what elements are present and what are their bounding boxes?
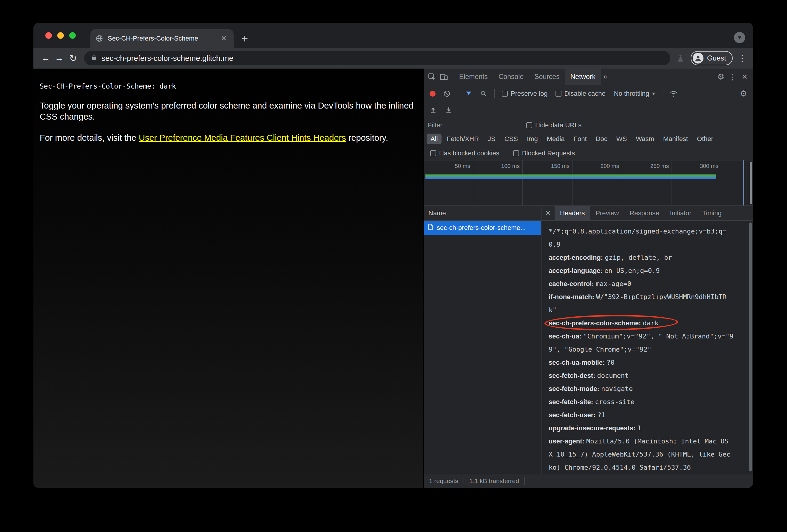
throttling-select[interactable]: No throttling ▾ [614, 90, 655, 97]
filter-row: Hide data URLs [424, 119, 753, 132]
filter-chip-fetchxhr[interactable]: Fetch/XHR [443, 134, 483, 144]
filter-funnel-icon[interactable] [463, 88, 475, 99]
devtools-panel-tabs: Elements Console Sources Network » ⚙ ⋮ ✕ [424, 69, 753, 85]
window-content: Sec-CH-Prefers-Color-Scheme: dark Toggle… [34, 69, 753, 488]
tab-sources[interactable]: Sources [529, 69, 565, 85]
filter-chip-css[interactable]: CSS [501, 134, 522, 144]
record-button[interactable] [430, 91, 435, 96]
network-settings-gear-icon[interactable]: ⚙ [738, 88, 749, 99]
disable-cache-checkbox[interactable] [555, 91, 561, 96]
filter-chip-other[interactable]: Other [693, 134, 717, 144]
filter-chip-doc[interactable]: Doc [592, 134, 611, 144]
address-bar[interactable]: sec-ch-prefers-color-scheme.glitch.me [84, 51, 671, 65]
close-window-button[interactable] [45, 32, 52, 39]
tab-elements[interactable]: Elements [454, 69, 493, 85]
web-page: Sec-CH-Prefers-Color-Scheme: dark Toggle… [34, 69, 423, 488]
browser-window: Sec-CH-Prefers-Color-Scheme ✕ + ▾ ← → ↻ … [34, 23, 753, 488]
toolbar-right: Guest ⋮ [675, 51, 748, 65]
inspect-element-icon[interactable] [426, 71, 438, 83]
header-entry: accept-language:en-US,en;q=0.9 [549, 264, 734, 277]
has-blocked-cookies-label: Has blocked cookies [439, 149, 499, 157]
tab-console[interactable]: Console [493, 69, 529, 85]
details-text-suffix: repository. [346, 133, 388, 142]
blocked-requests-group: Blocked Requests [513, 149, 575, 157]
nav-toolbar: ← → ↻ sec-ch-prefers-color-scheme.glitch… [34, 48, 753, 69]
tab-initiator[interactable]: Initiator [664, 206, 697, 220]
tab-response[interactable]: Response [624, 206, 664, 220]
devtools-close-icon[interactable]: ✕ [739, 71, 751, 83]
device-toolbar-icon[interactable] [438, 71, 450, 83]
settings-gear-icon[interactable]: ⚙ [715, 71, 727, 83]
hide-data-urls-checkbox[interactable] [526, 122, 532, 128]
name-column-header[interactable]: Name [424, 206, 541, 221]
timeline-tick: 150 ms [572, 160, 573, 205]
disable-cache-label: Disable cache [565, 90, 605, 97]
disable-cache-group: Disable cache [555, 90, 605, 97]
filter-chip-wasm[interactable]: Wasm [632, 134, 658, 144]
chevron-down-icon: ▾ [652, 90, 655, 97]
devtools-panel: Elements Console Sources Network » ⚙ ⋮ ✕ [423, 69, 753, 488]
reload-button[interactable]: ↻ [66, 51, 80, 65]
request-row[interactable]: sec-ch-prefers-color-scheme... [424, 221, 541, 235]
export-har-icon[interactable] [443, 104, 455, 116]
import-har-icon[interactable] [427, 104, 439, 116]
timeline-overview[interactable]: 50 ms 100 ms 150 ms 200 ms 250 ms 300 ms [424, 160, 753, 206]
timeline-waiting-bar [425, 177, 716, 179]
color-scheme-status: Sec-CH-Prefers-Color-Scheme: dark [40, 82, 423, 90]
network-main: Name sec-ch-prefers-color-scheme... ✕ He… [424, 206, 753, 474]
devtools-menu-icon[interactable]: ⋮ [727, 71, 739, 83]
tab-preview[interactable]: Preview [590, 206, 624, 220]
blocked-requests-label: Blocked Requests [522, 149, 575, 157]
tab-timing[interactable]: Timing [697, 206, 727, 220]
repo-link[interactable]: User Preference Media Features Client Hi… [139, 133, 346, 142]
header-entry: sec-ch-ua:"Chromium";v="92", " Not A;Bra… [549, 330, 734, 356]
hide-data-urls-label: Hide data URLs [535, 121, 581, 129]
search-icon[interactable] [477, 88, 490, 99]
filter-input[interactable] [428, 121, 517, 129]
tab-headers[interactable]: Headers [555, 206, 590, 220]
back-button[interactable]: ← [39, 51, 52, 65]
filter-chip-js[interactable]: JS [484, 134, 499, 144]
request-details: ✕ Headers Preview Response Initiator Tim… [541, 206, 753, 474]
network-conditions-icon[interactable] [668, 88, 680, 99]
header-entry-highlighted: sec-ch-prefers-color-scheme:dark [549, 317, 734, 330]
filter-chip-all[interactable]: All [427, 134, 442, 144]
har-io-row [424, 102, 753, 119]
beaker-icon[interactable] [675, 52, 686, 64]
blocked-filters-row: Has blocked cookies Blocked Requests [424, 147, 753, 160]
filter-chip-media[interactable]: Media [543, 134, 569, 144]
has-blocked-cookies-checkbox[interactable] [430, 150, 436, 156]
minimize-window-button[interactable] [57, 32, 64, 39]
preserve-log-checkbox[interactable] [502, 91, 508, 96]
tab-search-button[interactable]: ▾ [734, 32, 745, 43]
details-close-icon[interactable]: ✕ [541, 206, 555, 220]
zoom-window-button[interactable] [69, 32, 76, 39]
tab-strip: Sec-CH-Prefers-Color-Scheme ✕ + ▾ [34, 23, 753, 48]
requests-count: 1 requests [424, 478, 464, 485]
more-panels-button[interactable]: » [601, 69, 610, 85]
lock-icon[interactable] [91, 54, 97, 62]
filter-chip-manifest[interactable]: Manifest [659, 134, 692, 144]
overview-scrollbar[interactable] [750, 162, 752, 204]
filter-chip-img[interactable]: Img [523, 134, 542, 144]
timeline-response-bar [425, 174, 716, 177]
header-entry: sec-fetch-site:cross-site [549, 395, 734, 408]
filter-chip-ws[interactable]: WS [613, 134, 631, 144]
profile-button[interactable]: Guest [690, 51, 733, 65]
load-event-line [743, 160, 744, 205]
forward-button[interactable]: → [52, 51, 66, 65]
browser-menu-button[interactable]: ⋮ [737, 53, 748, 64]
filter-chip-font[interactable]: Font [570, 134, 591, 144]
tab-network[interactable]: Network [565, 69, 601, 85]
preserve-log-label: Preserve log [511, 90, 548, 97]
document-icon [427, 223, 434, 232]
divider [458, 89, 458, 98]
browser-tab[interactable]: Sec-CH-Prefers-Color-Scheme ✕ [90, 29, 234, 48]
header-entry: */*;q=0.8,application/signed-exchange;v=… [549, 225, 734, 251]
blocked-requests-checkbox[interactable] [513, 150, 519, 156]
headers-content: */*;q=0.8,application/signed-exchange;v=… [541, 221, 753, 474]
new-tab-button[interactable]: + [241, 33, 248, 44]
details-scrollbar[interactable] [749, 222, 752, 471]
tab-close-icon[interactable]: ✕ [219, 34, 229, 44]
clear-icon[interactable] [441, 88, 453, 99]
